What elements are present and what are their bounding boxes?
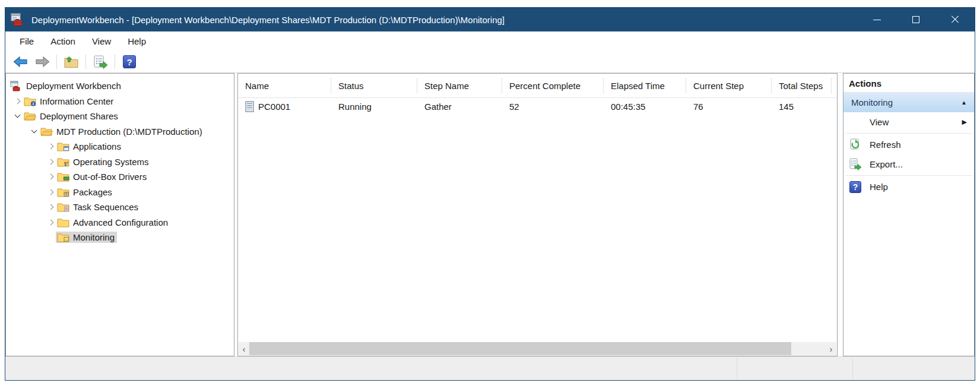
expand-chevron-icon[interactable]: [47, 188, 56, 197]
status-bar: [5, 356, 975, 380]
tree-item-label: MDT Production (D:\MDTProduction): [56, 126, 202, 137]
action-view[interactable]: View ▶: [843, 112, 974, 132]
tree-item-label: Out-of-Box Drivers: [73, 172, 147, 182]
export-icon: [849, 158, 861, 171]
title-bar[interactable]: DeploymentWorkbench - [Deployment Workbe…: [5, 8, 975, 31]
console-tree-pane: Deployment Workbench: [5, 73, 234, 356]
export-list-button[interactable]: [91, 53, 110, 71]
tree-item-out-of-box-drivers[interactable]: Out-of-Box Drivers: [6, 169, 234, 185]
tree-item-applications[interactable]: Applications: [6, 139, 234, 154]
submenu-arrow-icon: ▶: [962, 118, 967, 126]
scroll-left-button[interactable]: ‹: [239, 342, 249, 355]
menu-bar: File Action View Help: [5, 31, 975, 51]
scrollbar-track[interactable]: [791, 342, 826, 355]
tree-item-label: Information Center: [40, 96, 113, 106]
expand-chevron-icon[interactable]: [47, 218, 56, 227]
collapse-chevron-icon[interactable]: [14, 112, 23, 121]
drivers-folder-icon: [57, 172, 69, 182]
tree-item-monitoring[interactable]: Monitoring: [6, 230, 234, 245]
maximize-button[interactable]: [896, 8, 935, 31]
tree-item-information-center[interactable]: Information Center: [6, 94, 234, 109]
action-label: Help: [870, 182, 968, 192]
back-button[interactable]: [11, 53, 30, 71]
scroll-right-button[interactable]: ›: [826, 342, 836, 355]
open-folder-icon: [40, 126, 53, 137]
scrollbar-thumb[interactable]: [249, 342, 791, 355]
applications-folder-icon: [57, 141, 69, 151]
refresh-icon: [849, 138, 861, 151]
monitoring-row-pc0001[interactable]: PC0001 Running Gather 52 00:45:35 76 145: [238, 98, 837, 115]
tree-item-label: Operating Systems: [73, 157, 149, 167]
information-center-folder-icon: [24, 96, 36, 106]
actions-pane: Actions Monitoring ▲ View ▶: [843, 73, 975, 356]
action-export[interactable]: Export...: [843, 154, 974, 174]
expand-chevron-icon[interactable]: [47, 142, 56, 151]
actions-section-monitoring[interactable]: Monitoring ▲: [843, 93, 974, 112]
toolbar-separator: [56, 55, 57, 69]
column-header-status[interactable]: Status: [331, 78, 417, 93]
forward-button[interactable]: [33, 53, 52, 71]
tree-item-advanced-configuration[interactable]: Advanced Configuration: [6, 215, 234, 230]
menu-file[interactable]: File: [11, 34, 42, 49]
action-label: View: [870, 117, 962, 127]
actions-separator: [846, 133, 972, 134]
tree-item-operating-systems[interactable]: Operating Systems: [6, 154, 234, 170]
action-refresh[interactable]: Refresh: [843, 135, 974, 154]
action-label: Export...: [870, 159, 968, 169]
results-list-pane: Name Status Step Name Percent Complete E…: [237, 73, 838, 356]
menu-view[interactable]: View: [84, 34, 119, 49]
up-one-level-button[interactable]: [62, 53, 81, 71]
row-name: PC0001: [258, 102, 290, 112]
workbench-icon: [10, 81, 23, 91]
app-workbench-icon: [10, 12, 26, 27]
actions-separator: [846, 175, 972, 176]
window-controls: [857, 8, 975, 31]
tree-item-label: Task Sequences: [73, 202, 138, 212]
row-elapsed-time: 00:45:35: [604, 102, 686, 112]
action-help[interactable]: ? Help: [843, 177, 974, 197]
row-percent-complete: 52: [502, 102, 604, 112]
close-button[interactable]: [935, 8, 975, 31]
tree-item-deployment-workbench[interactable]: Deployment Workbench: [6, 78, 234, 94]
tree-item-label: Deployment Workbench: [26, 81, 121, 91]
column-header-step-name[interactable]: Step Name: [417, 78, 502, 93]
open-folder-icon: [24, 111, 36, 121]
column-header-name[interactable]: Name: [238, 78, 331, 93]
monitoring-folder-icon: [57, 232, 69, 242]
expand-chevron-icon[interactable]: [14, 97, 23, 106]
menu-action[interactable]: Action: [42, 34, 84, 49]
column-header-total-steps[interactable]: Total Steps: [772, 78, 832, 93]
row-step-name: Gather: [417, 102, 502, 112]
horizontal-scrollbar[interactable]: ‹ ›: [239, 342, 836, 355]
toolbar-separator: [85, 55, 86, 69]
help-icon: ?: [123, 55, 136, 68]
expand-chevron-icon[interactable]: [47, 172, 56, 181]
row-total-steps: 145: [772, 102, 832, 112]
action-label: Refresh: [870, 140, 968, 150]
help-button[interactable]: ?: [120, 53, 139, 71]
minimize-button[interactable]: [857, 8, 896, 31]
tree-item-mdt-production[interactable]: MDT Production (D:\MDTProduction): [6, 124, 234, 140]
collapse-chevron-icon[interactable]: [30, 127, 39, 136]
column-header-elapsed-time[interactable]: Elapsed Time: [604, 78, 686, 93]
collapse-section-icon[interactable]: ▲: [961, 99, 967, 106]
operating-systems-folder-icon: [57, 157, 69, 167]
list-header: Name Status Step Name Percent Complete E…: [238, 74, 837, 98]
expand-chevron-icon[interactable]: [47, 157, 56, 166]
selected-tree-node[interactable]: Monitoring: [56, 232, 117, 243]
expander-spacer: [47, 233, 56, 242]
tree-item-packages[interactable]: Packages: [6, 185, 234, 200]
actions-pane-title: Actions: [843, 74, 974, 93]
column-header-percent-complete[interactable]: Percent Complete: [502, 78, 604, 93]
tree-item-task-sequences[interactable]: Task Sequences: [6, 200, 234, 215]
deployment-workbench-window: DeploymentWorkbench - [Deployment Workbe…: [5, 7, 975, 381]
menu-help[interactable]: Help: [119, 34, 154, 49]
expand-chevron-icon[interactable]: [47, 203, 56, 211]
screenshot-canvas: DeploymentWorkbench - [Deployment Workbe…: [0, 0, 980, 389]
tree-item-deployment-shares[interactable]: Deployment Shares: [6, 109, 234, 124]
row-current-step: 76: [686, 102, 772, 112]
up-folder-icon: [64, 55, 79, 69]
help-icon: ?: [849, 181, 861, 194]
tree-item-label: Packages: [73, 187, 112, 197]
column-header-current-step[interactable]: Current Step: [686, 78, 772, 93]
